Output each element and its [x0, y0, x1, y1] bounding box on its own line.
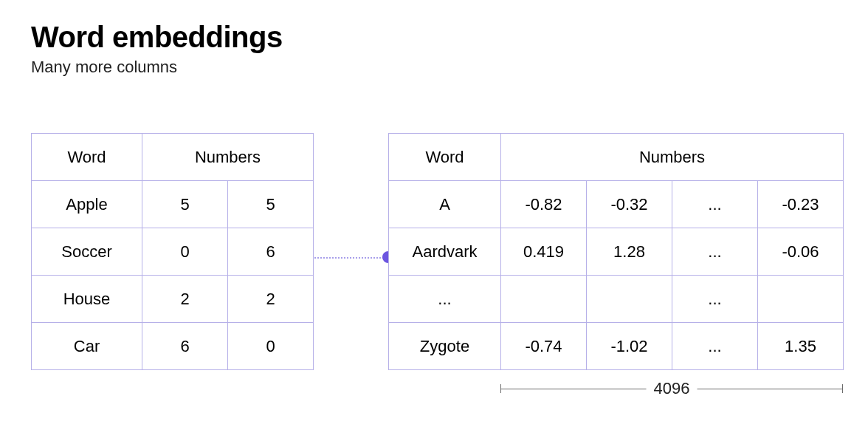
value-cell: 6: [142, 323, 228, 370]
dimension-label: 4096: [647, 379, 698, 398]
table-row: Apple 5 5: [32, 181, 314, 228]
value-cell: 6: [228, 228, 314, 276]
dimension-indicator: 4096: [500, 384, 843, 393]
value-cell: -0.32: [587, 181, 672, 228]
table-row: Soccer 0 6: [32, 228, 314, 276]
col-header-numbers: Numbers: [501, 134, 844, 181]
value-cell: [587, 276, 672, 323]
table-row: A -0.82 -0.32 ... -0.23: [389, 181, 844, 228]
value-cell: 2: [142, 276, 228, 323]
col-header-word: Word: [32, 134, 142, 181]
connector-line: [314, 257, 387, 259]
table-row: Zygote -0.74 -1.02 ... 1.35: [389, 323, 844, 370]
word-cell: Soccer: [32, 228, 142, 276]
col-header-numbers: Numbers: [142, 134, 314, 181]
word-cell: House: [32, 276, 142, 323]
table-row: ... ...: [389, 276, 844, 323]
word-cell: Apple: [32, 181, 142, 228]
table-header-row: Word Numbers: [389, 134, 844, 181]
right-embedding-table: Word Numbers A -0.82 -0.32 ... -0.23 Aar…: [388, 133, 844, 370]
value-cell: ...: [672, 323, 758, 370]
value-cell: [758, 276, 844, 323]
value-cell: 5: [228, 181, 314, 228]
table-header-row: Word Numbers: [32, 134, 314, 181]
value-cell: -0.23: [758, 181, 844, 228]
value-cell: -0.06: [758, 228, 844, 276]
value-cell: ...: [672, 276, 758, 323]
word-cell: Aardvark: [389, 228, 501, 276]
value-cell: 0: [142, 228, 228, 276]
table-row: Aardvark 0.419 1.28 ... -0.06: [389, 228, 844, 276]
col-header-word: Word: [389, 134, 501, 181]
value-cell: 1.35: [758, 323, 844, 370]
page-title: Word embeddings: [31, 21, 283, 53]
table-row: House 2 2: [32, 276, 314, 323]
word-cell: Zygote: [389, 323, 501, 370]
value-cell: 2: [228, 276, 314, 323]
table-row: Car 6 0: [32, 323, 314, 370]
value-cell: ...: [672, 181, 758, 228]
word-cell: Car: [32, 323, 142, 370]
word-cell: ...: [389, 276, 501, 323]
value-cell: 0.419: [501, 228, 587, 276]
value-cell: [501, 276, 587, 323]
value-cell: -1.02: [587, 323, 672, 370]
word-cell: A: [389, 181, 501, 228]
value-cell: ...: [672, 228, 758, 276]
value-cell: -0.82: [501, 181, 587, 228]
value-cell: 5: [142, 181, 228, 228]
value-cell: 0: [228, 323, 314, 370]
value-cell: 1.28: [587, 228, 672, 276]
header: Word embeddings Many more columns: [31, 21, 283, 77]
value-cell: -0.74: [501, 323, 587, 370]
left-embedding-table: Word Numbers Apple 5 5 Soccer 0 6 House …: [31, 133, 314, 370]
page-subtitle: Many more columns: [31, 58, 283, 77]
